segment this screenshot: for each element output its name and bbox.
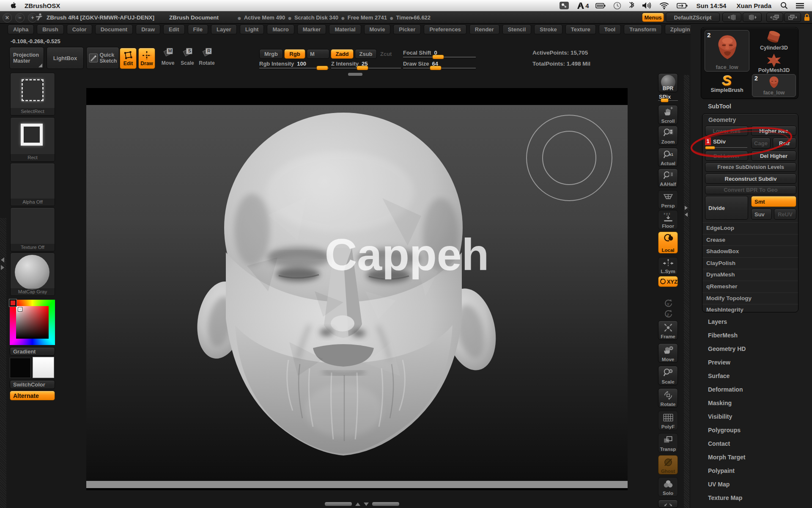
notification-center-icon[interactable] <box>796 3 804 9</box>
freeze-subdivision-levels-button[interactable]: Freeze SubDivision Levels <box>705 163 796 172</box>
focal-shift-slider[interactable]: Focal Shift0 <box>403 49 476 58</box>
zsub-button[interactable]: Zsub <box>355 49 377 59</box>
menu-item-macro[interactable]: Macro <box>267 25 294 34</box>
edit-mode-button[interactable]: Edit <box>120 48 137 69</box>
alternate-button[interactable]: Alternate <box>10 391 55 400</box>
palette-header-layers[interactable]: Layers <box>708 315 809 329</box>
actual-button[interactable]: x1Actual <box>658 148 678 167</box>
menu-item-draw[interactable]: Draw <box>136 25 160 34</box>
menu-item-brush[interactable]: Brush <box>37 25 64 34</box>
document-canvas[interactable]: Cappeh <box>86 88 628 490</box>
document-bottom-scrollbar[interactable] <box>325 502 399 506</box>
xyz-button[interactable]: XYZ <box>658 276 678 287</box>
persp-button[interactable]: Persp <box>658 190 678 209</box>
time-machine-icon[interactable] <box>613 2 621 10</box>
partial-button[interactable] <box>658 500 678 508</box>
menu-item-stencil[interactable]: Stencil <box>502 25 532 34</box>
lock-icon[interactable] <box>803 13 811 23</box>
palette-header-surface[interactable]: Surface <box>708 369 809 383</box>
menu-item-preferences[interactable]: Preferences <box>424 25 466 34</box>
bpr-render-button[interactable]: BPR <box>658 73 678 92</box>
geometry-subsection-meshintegrity[interactable]: MeshIntegrity <box>702 304 798 316</box>
left-divider-expand-icon[interactable] <box>1 265 4 270</box>
rotate-mode-button[interactable]: R Rotate <box>196 47 217 66</box>
zadd-button[interactable]: Zadd <box>331 49 354 59</box>
palette-header-vector-displacement-map[interactable]: Vector Displacement Map <box>708 505 809 508</box>
scroll-up-icon[interactable] <box>355 502 360 506</box>
palette-header-masking[interactable]: Masking <box>708 396 809 410</box>
geometry-subsection-modify-topology[interactable]: Modify Topology <box>702 293 798 304</box>
tool-thumbnail-cylinder3d[interactable]: Cylinder3D <box>752 29 796 53</box>
tool-thumbnail-polymesh3d[interactable]: PolyMesh3D <box>752 53 796 74</box>
scale-view-button[interactable]: Scale <box>658 366 678 385</box>
default-zscript-button[interactable]: DefaultZScript <box>666 13 720 22</box>
del-higher-button[interactable]: Del Higher <box>751 151 796 161</box>
draw-size-handle[interactable] <box>430 66 442 70</box>
geometry-subsection-qremesher[interactable]: qRemesher <box>702 281 798 293</box>
palette-header-polypaint[interactable]: Polypaint <box>708 464 809 478</box>
menubar-user[interactable]: Xuan Prada <box>736 2 771 9</box>
palette-header-visibility[interactable]: Visibility <box>708 410 809 423</box>
rstr-button[interactable]: Rstr <box>773 138 796 149</box>
right-divider-collapse-icon[interactable] <box>685 213 688 217</box>
solo-button[interactable]: Solo <box>658 477 678 497</box>
geometry-palette-header[interactable]: Geometry <box>708 116 736 123</box>
menu-item-color[interactable]: Color <box>67 25 92 34</box>
geometry-subsection-edgeloop[interactable]: EdgeLoop <box>702 222 798 234</box>
move-view-button[interactable]: Move <box>658 343 678 363</box>
menu-item-material[interactable]: Material <box>329 25 361 34</box>
polyf-button[interactable]: PolyF <box>658 411 678 430</box>
color-picker[interactable] <box>10 300 55 345</box>
reconstruct-subdiv-button[interactable]: Reconstruct Subdiv <box>705 174 796 184</box>
draw-size-slider[interactable]: Draw Size64 <box>403 60 476 69</box>
palette-header-deformation[interactable]: Deformation <box>708 383 809 396</box>
sdiv-slider[interactable]: 1 SDiv <box>705 138 747 149</box>
spix-slider[interactable]: SPix <box>658 94 678 103</box>
secondary-color-swatch[interactable] <box>33 357 54 378</box>
projection-master-button[interactable]: Projection Master <box>9 47 44 69</box>
transp-button[interactable]: Transp <box>658 433 678 453</box>
close-window-button[interactable]: ✕ <box>3 13 12 22</box>
scrollbar-left-handle[interactable] <box>325 502 352 506</box>
gradient-button[interactable]: Gradient <box>10 347 55 356</box>
spin-y-icon[interactable]: Y <box>658 297 678 306</box>
menubar-clock[interactable]: Sun 14:54 <box>697 2 727 9</box>
menu-item-picker[interactable]: Picker <box>393 25 421 34</box>
battery-icon[interactable] <box>677 3 688 9</box>
scrollbar-right-handle[interactable] <box>372 502 399 506</box>
ghost-button[interactable]: Ghost <box>658 455 678 475</box>
palette-header-morph-target[interactable]: Morph Target <box>708 450 809 464</box>
reuv-button[interactable]: ReUV <box>774 209 796 220</box>
geometry-subsection-dynamesh[interactable]: DynaMesh <box>702 269 798 281</box>
move-mode-button[interactable]: M Move <box>158 47 178 66</box>
geometry-subsection-crease[interactable]: Crease <box>702 234 798 246</box>
wifi-icon[interactable] <box>659 2 669 9</box>
focal-shift-handle[interactable] <box>432 55 444 59</box>
tool-thumbnail-face-low-small[interactable]: 2 face_low <box>752 74 796 97</box>
adobe-app-icon[interactable] <box>577 2 584 9</box>
spotlight-icon[interactable] <box>780 2 788 9</box>
geometry-subsection-shadowbox[interactable]: ShadowBox <box>702 246 798 257</box>
palette-header-polygroups[interactable]: Polygroups <box>708 423 809 437</box>
divide-button[interactable]: Divide <box>705 196 748 220</box>
mrgb-button[interactable]: Mrgb <box>259 49 283 59</box>
geometry-subsection-claypolish[interactable]: ClayPolish <box>702 257 798 269</box>
menu-item-render[interactable]: Render <box>469 25 499 34</box>
minimize-window-button[interactable]: − <box>15 13 25 22</box>
tool-thumbnail-face-low[interactable]: 2 face_low <box>705 30 749 72</box>
menu-item-stroke[interactable]: Stroke <box>534 25 562 34</box>
rgb-intensity-slider[interactable]: Rgb Intensity100 <box>259 60 329 69</box>
menu-item-movie[interactable]: Movie <box>364 25 391 34</box>
aahalf-button[interactable]: AAHalf <box>658 168 678 188</box>
menu-item-file[interactable]: File <box>188 25 208 34</box>
bluetooth-icon[interactable] <box>629 2 634 10</box>
sculpt-viewport[interactable]: Cappeh <box>86 88 628 490</box>
lightbox-button[interactable]: LightBox <box>47 47 84 69</box>
menu-item-marker[interactable]: Marker <box>297 25 326 34</box>
texture-off-thumbnail[interactable]: Texture Off <box>10 207 55 251</box>
tool-thumbnail-simplebrush[interactable]: S SimpleBrush <box>705 74 749 97</box>
m-button[interactable]: M <box>307 49 329 59</box>
suv-toggle[interactable]: Suv <box>751 209 772 220</box>
alpha-off-thumbnail[interactable]: Alpha Off <box>10 163 55 206</box>
palette-header-contact[interactable]: Contact <box>708 437 809 450</box>
